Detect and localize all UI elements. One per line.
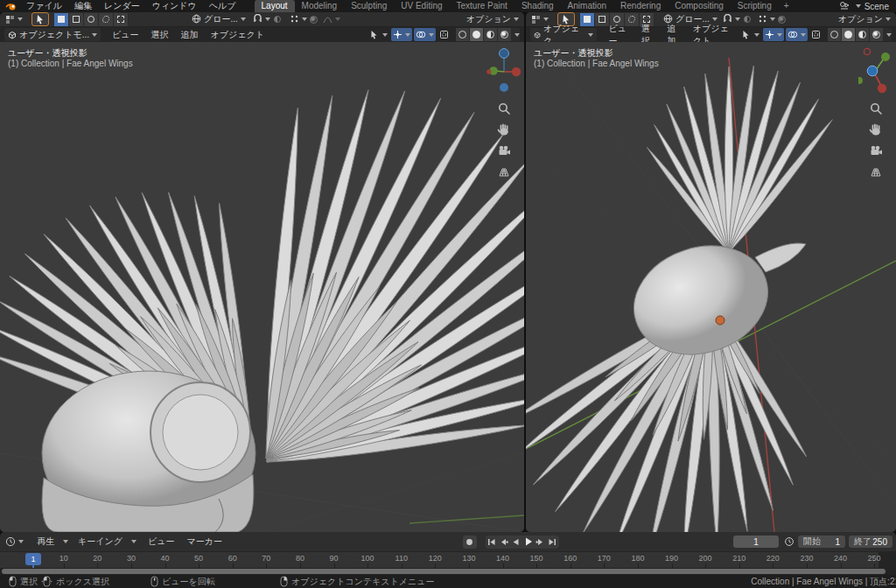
select-tweak-button[interactable] — [54, 13, 69, 26]
shading-chevron-icon[interactable] — [886, 33, 892, 37]
shading-rendered-button[interactable] — [870, 28, 884, 41]
camera-view-icon[interactable] — [495, 142, 513, 159]
topbar-menu[interactable]: レンダー — [98, 0, 146, 12]
tab-uv-editing[interactable]: UV Editing — [394, 0, 449, 12]
tab-animation[interactable]: Animation — [561, 0, 613, 12]
add-workspace-button[interactable]: + — [779, 0, 794, 12]
orientation-chevron-icon[interactable] — [712, 18, 718, 21]
options-dropdown[interactable]: オプション — [466, 13, 511, 25]
pan-view-icon[interactable] — [867, 121, 885, 138]
zoom-view-icon[interactable] — [495, 100, 513, 117]
options-dropdown[interactable]: オプション — [838, 13, 883, 25]
scene-chevron-icon[interactable] — [856, 4, 861, 8]
viewport-menu[interactable]: 選択 — [144, 29, 174, 41]
auto-key-record-button[interactable] — [463, 536, 477, 549]
timeline-ruler[interactable]: 1 10203040506070809010011012013014015016… — [0, 551, 896, 568]
shading-wireframe-button[interactable] — [456, 28, 470, 41]
options-chevron-icon[interactable] — [886, 18, 891, 21]
shading-chevron-icon[interactable] — [514, 33, 520, 37]
viewport-left-canvas[interactable]: ユーザー・透視投影 (1) Collection | Fae Angel Win… — [0, 42, 524, 532]
falloff-chevron-icon[interactable] — [335, 18, 340, 21]
perspective-toggle-icon[interactable] — [495, 163, 513, 180]
prev-keyframe-button[interactable] — [498, 536, 510, 549]
pivot-point-icon[interactable] — [290, 14, 299, 25]
gizmo-toggle-icon[interactable] — [391, 28, 412, 41]
current-frame-field[interactable]: 1 — [733, 536, 779, 548]
play-reverse-button[interactable] — [510, 536, 522, 549]
snap-target-icon[interactable] — [270, 13, 284, 26]
next-keyframe-button[interactable] — [535, 536, 547, 549]
marker-menu[interactable]: マーカー — [180, 536, 228, 548]
tab-texture-paint[interactable]: Texture Paint — [450, 0, 514, 12]
select-circle-button[interactable] — [84, 13, 99, 26]
shading-wireframe-button[interactable] — [828, 28, 842, 41]
mode-dropdown[interactable]: オブジェクトモ... — [4, 28, 101, 41]
snap-chevron-icon[interactable] — [735, 18, 740, 21]
topbar-menu[interactable]: ウィンドウ — [146, 0, 203, 12]
options-chevron-icon[interactable] — [514, 18, 519, 21]
select-box-button[interactable] — [69, 13, 84, 26]
camera-view-icon[interactable] — [867, 142, 885, 159]
jump-to-start-button[interactable] — [486, 536, 498, 549]
editor-type-selector[interactable] — [5, 13, 23, 26]
snap-magnet-icon[interactable] — [253, 14, 262, 25]
tab-rendering[interactable]: Rendering — [613, 0, 668, 12]
pivot-point-icon[interactable] — [758, 14, 767, 25]
xray-toggle-icon[interactable] — [809, 28, 822, 41]
select-lasso-button[interactable] — [99, 13, 114, 26]
zoom-view-icon[interactable] — [867, 100, 885, 117]
tab-modeling[interactable]: Modeling — [295, 0, 345, 12]
pivot-chevron-icon[interactable] — [770, 18, 775, 21]
topbar-menu[interactable]: 編集 — [68, 0, 98, 12]
snap-target-icon[interactable] — [740, 13, 754, 26]
timeline-editor-type[interactable] — [5, 536, 24, 547]
scene-name[interactable]: Scene — [864, 2, 889, 11]
viewport-menu[interactable]: ビュー — [106, 29, 144, 41]
falloff-curve-icon[interactable] — [323, 13, 340, 26]
scene-icon[interactable] — [839, 1, 850, 11]
mode-dropdown[interactable]: オブジェク... — [530, 28, 597, 41]
perspective-toggle-icon[interactable] — [867, 163, 885, 180]
play-button[interactable] — [522, 536, 535, 549]
select-filter-icon[interactable] — [740, 28, 761, 41]
keying-menu[interactable]: キーイング — [72, 536, 136, 548]
view-menu[interactable]: ビュー — [142, 536, 180, 548]
gizmo-toggle-icon[interactable] — [763, 28, 784, 41]
playhead[interactable]: 1 — [25, 553, 41, 565]
timeline-scrollbar[interactable] — [0, 568, 896, 575]
orientation-dropdown[interactable]: グロー... — [204, 13, 238, 25]
nav-gizmo[interactable] — [486, 46, 522, 96]
shading-material-button[interactable] — [484, 28, 498, 41]
shading-solid-button[interactable] — [470, 28, 484, 41]
tab-compositing[interactable]: Compositing — [668, 0, 731, 12]
shading-rendered-button[interactable] — [498, 28, 512, 41]
timeline-scrollbar-thumb[interactable] — [2, 569, 886, 574]
overlays-toggle-icon[interactable] — [414, 28, 436, 41]
xray-toggle-icon[interactable] — [438, 28, 451, 41]
tab-layout[interactable]: Layout — [255, 0, 295, 12]
viewport-menu[interactable]: 追加 — [174, 29, 204, 41]
orientation-chevron-icon[interactable] — [241, 18, 246, 21]
snap-chevron-icon[interactable] — [265, 18, 270, 21]
playback-menu[interactable]: 再生 — [31, 536, 68, 548]
tab-sculpting[interactable]: Sculpting — [344, 0, 394, 12]
use-preview-range-icon[interactable] — [784, 536, 794, 547]
proportional-edit-icon[interactable] — [307, 13, 321, 26]
nav-gizmo[interactable] — [858, 46, 893, 96]
pan-view-icon[interactable] — [495, 121, 513, 138]
tab-scripting[interactable]: Scripting — [731, 0, 779, 12]
topbar-menu[interactable]: ファイル — [20, 0, 68, 12]
viewport-right-canvas[interactable]: ユーザー・透視投影 (1) Collection | Fae Angel Win… — [526, 42, 896, 532]
shading-material-button[interactable] — [856, 28, 870, 41]
proportional-edit-icon[interactable] — [775, 13, 789, 26]
jump-to-end-button[interactable] — [547, 536, 559, 549]
overlays-toggle-icon[interactable] — [786, 28, 808, 41]
select-extra-button[interactable] — [114, 13, 129, 26]
frame-end-field[interactable]: 終了250 — [849, 536, 892, 548]
topbar-menu[interactable]: ヘルプ — [203, 0, 242, 12]
viewport-menu[interactable]: オブジェクト — [204, 29, 270, 41]
blender-logo-icon[interactable] — [5, 2, 17, 11]
select-filter-icon[interactable] — [368, 28, 389, 41]
active-tool-select-button[interactable] — [32, 12, 49, 26]
frame-start-field[interactable]: 開始1 — [798, 536, 845, 548]
